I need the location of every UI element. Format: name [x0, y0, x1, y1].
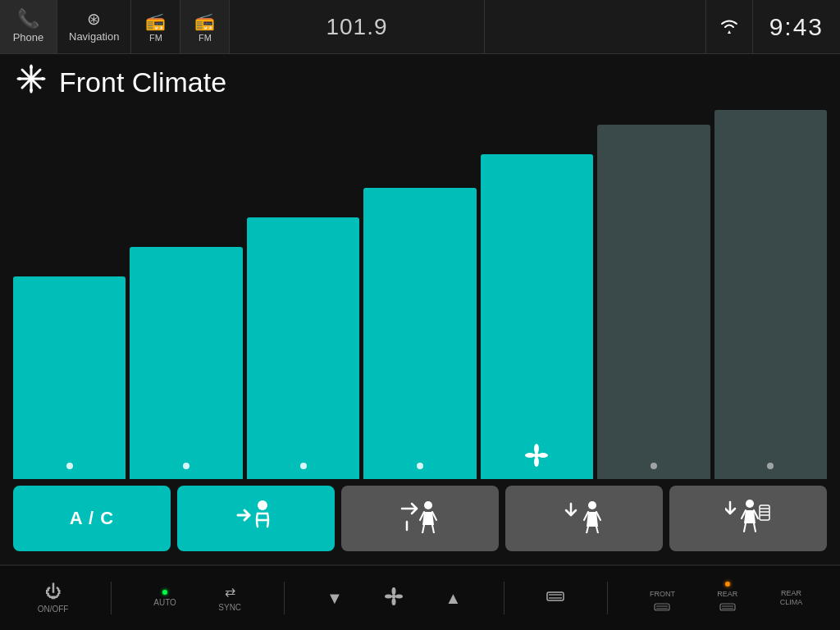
navigation-icon: ⊛ — [87, 11, 101, 27]
face-body-vent-button[interactable] — [341, 486, 499, 551]
fan-bar-2-dot — [183, 463, 189, 469]
fan-speed-section — [0, 110, 840, 479]
svg-point-43 — [395, 594, 403, 598]
phone-nav-item[interactable]: 📞 Phone — [0, 0, 57, 53]
svg-point-10 — [534, 444, 539, 454]
sep-3 — [504, 582, 504, 614]
clock-time: 9:43 — [769, 13, 824, 41]
face-body-vent-icon — [400, 497, 440, 540]
temp-down-button[interactable]: ▼ — [326, 589, 343, 608]
fan-speed-icon-bottom — [385, 587, 403, 609]
svg-rect-44 — [547, 592, 564, 600]
svg-point-8 — [41, 77, 44, 80]
climate-mode-buttons: A / C — [0, 479, 840, 564]
frequency-value: 101.9 — [326, 14, 387, 40]
svg-point-30 — [746, 500, 754, 508]
rear-light — [725, 582, 730, 587]
defrost-vent-button[interactable] — [669, 486, 827, 551]
rear-icon — [719, 601, 736, 615]
phone-icon: 📞 — [17, 10, 39, 28]
front-icon — [654, 601, 670, 615]
svg-point-12 — [525, 453, 535, 458]
fan-bar-6[interactable] — [597, 110, 710, 479]
fan-bar-4-dot — [417, 463, 423, 469]
rear-defrost-button[interactable] — [546, 589, 564, 607]
auto-button[interactable]: AUTO — [153, 590, 176, 607]
fan-bar-container — [13, 110, 827, 479]
rear-label: REAR — [717, 590, 737, 598]
bottom-physical-controls: ⏻ ON/OFF AUTO ⇄ SYNC ▼ ▲ — [0, 564, 840, 630]
sync-button[interactable]: ⇄ SYNC — [218, 584, 241, 612]
svg-line-34 — [754, 523, 756, 532]
svg-point-18 — [424, 501, 432, 509]
front-light — [660, 582, 664, 587]
climate-title: Front Climate — [59, 66, 226, 98]
svg-point-5 — [30, 66, 33, 69]
auto-label: AUTO — [153, 598, 176, 607]
svg-point-42 — [385, 594, 392, 598]
svg-point-39 — [392, 594, 396, 598]
fan-bar-7-dot — [767, 463, 774, 469]
fan-bar-1-dot — [66, 463, 73, 469]
fm-radio-1-item[interactable]: 📻 FM — [131, 0, 180, 53]
wifi-icon — [718, 16, 741, 39]
svg-point-24 — [588, 501, 596, 509]
nav-spacer — [485, 0, 706, 53]
fan-bar-6-dot — [651, 463, 657, 469]
svg-line-28 — [596, 527, 598, 533]
svg-line-21 — [422, 525, 424, 533]
rear-indicator[interactable]: REAR — [717, 582, 737, 615]
main-display: Front Climate — [0, 54, 840, 564]
auto-indicator-light — [162, 590, 167, 595]
fan-bar-5[interactable] — [481, 110, 593, 479]
svg-point-6 — [30, 89, 33, 92]
svg-line-27 — [587, 527, 588, 533]
front-indicator[interactable]: FRONT — [650, 582, 675, 615]
fm-radio-2-label: FM — [199, 33, 212, 43]
fan-bar-1[interactable] — [13, 110, 126, 479]
sep-2 — [284, 582, 285, 614]
fan-bar-3[interactable] — [247, 110, 359, 479]
fm-radio-2-icon: 📻 — [194, 11, 215, 31]
ac-button[interactable]: A / C — [13, 486, 171, 551]
svg-rect-50 — [720, 604, 735, 610]
face-vent-icon — [236, 497, 276, 540]
radio-frequency-display: 101.9 — [230, 0, 484, 53]
fm-radio-2-item[interactable]: 📻 FM — [180, 0, 230, 53]
climate-fan-icon — [16, 64, 46, 100]
navigation-label: Navigation — [69, 30, 119, 43]
power-button[interactable]: ⏻ ON/OFF — [38, 582, 69, 614]
svg-point-4 — [29, 76, 34, 81]
sep-4 — [607, 582, 608, 614]
fan-bar-4[interactable] — [363, 110, 476, 479]
temp-up-button[interactable]: ▲ — [445, 589, 462, 608]
sync-label: SYNC — [218, 603, 241, 612]
svg-rect-35 — [760, 505, 769, 520]
svg-point-40 — [392, 587, 396, 595]
navigation-nav-item[interactable]: ⊛ Navigation — [57, 0, 131, 53]
ac-label: A / C — [70, 508, 114, 529]
body-vent-button[interactable] — [505, 486, 663, 551]
top-navigation: 📞 Phone ⊛ Navigation 📻 FM 📻 FM 101.9 9:4… — [0, 0, 840, 54]
fan-bar-7[interactable] — [714, 110, 827, 479]
svg-point-7 — [18, 77, 21, 80]
rear-climate-label: REARCLIMA — [780, 589, 803, 607]
rear-defrost-icon — [546, 589, 564, 607]
svg-point-13 — [538, 453, 548, 458]
defrost-vent-icon — [725, 497, 771, 540]
power-icon: ⏻ — [45, 582, 62, 601]
climate-header: Front Climate — [0, 54, 840, 110]
svg-line-22 — [432, 525, 434, 533]
rear-climate-button[interactable]: REARCLIMA — [780, 589, 803, 607]
svg-rect-47 — [655, 604, 669, 610]
fan-icon-bottom — [385, 587, 403, 609]
fm-radio-1-icon: 📻 — [145, 11, 166, 31]
fan-speed-fan-icon — [525, 444, 548, 472]
face-vent-button[interactable] — [177, 486, 335, 551]
sync-icon: ⇄ — [225, 584, 235, 600]
svg-point-41 — [392, 598, 396, 605]
fan-bar-2[interactable] — [130, 110, 242, 479]
svg-point-11 — [534, 457, 539, 467]
power-label: ON/OFF — [38, 605, 69, 614]
clock-display: 9:43 — [753, 0, 840, 53]
